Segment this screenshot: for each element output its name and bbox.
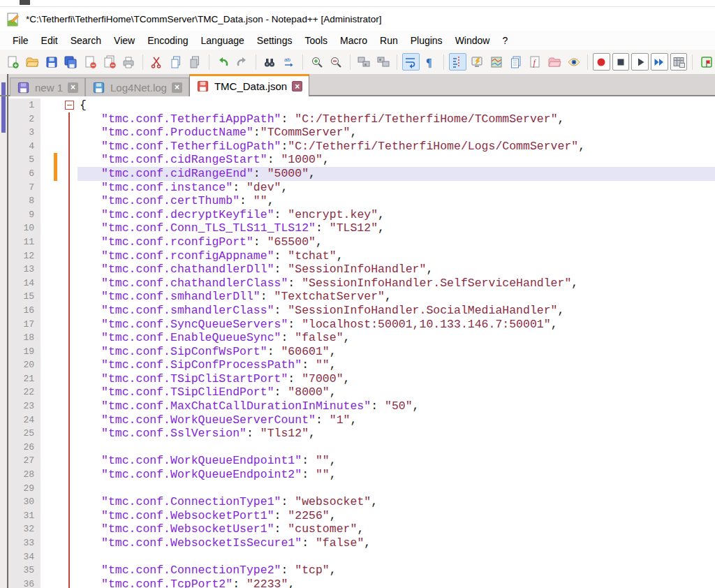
code-text[interactable]: "tmc.conf.decryptKeyfile": "encrypt.key"… [78,208,715,222]
word-wrap-icon[interactable] [402,53,420,71]
zoom-in-icon[interactable] [308,53,325,71]
macro-stop-icon[interactable] [612,53,630,71]
menu-item-language[interactable]: Language [195,32,251,49]
folder-as-workspace-icon[interactable] [546,53,563,71]
sync-vertical-scroll-icon[interactable] [355,53,373,71]
tab-close-icon[interactable]: × [68,82,78,93]
menu-item-encoding[interactable]: Encoding [141,32,194,49]
define-language-icon[interactable] [469,53,486,71]
line-number: 32 [8,522,40,536]
close-icon[interactable] [82,53,99,71]
fold-collapse-icon[interactable] [65,101,74,110]
menu-item-plugins[interactable]: Plugins [404,32,449,49]
document-list-icon[interactable] [507,53,524,71]
code-text[interactable]: "tmc.conf.TSipCliEndPort": "8000", [78,385,715,399]
fold-margin [61,482,78,496]
tab-tmc-data-json[interactable]: TMC_Data.json× [189,74,309,96]
code-text[interactable]: "tmc.conf.SipConfProcessPath": "", [78,358,715,372]
code-line: 2"tmc.conf.TetherfiAppPath": "C:/Tetherf… [8,112,715,126]
sync-horizontal-scroll-icon[interactable] [374,53,392,71]
menu-item-tools[interactable]: Tools [298,32,334,49]
tab-new-1[interactable]: new 1× [10,78,85,96]
code-text[interactable]: "tmc.conf.ProductName":"TCommServer", [78,126,715,140]
macro-save-icon[interactable] [670,53,688,71]
zoom-out-icon[interactable] [327,53,345,71]
code-text[interactable]: "tmc.conf.WebsocketUser1": "customer", [78,522,715,536]
tab-close-icon[interactable]: × [172,82,182,93]
replace-icon[interactable]: ab [281,53,298,71]
code-text[interactable]: "tmc.conf.cidRangeStart": "1000", [78,153,715,167]
code-text[interactable]: "tmc.conf.MaxChatCallDurationInMinutes":… [78,399,715,413]
redo-icon[interactable] [233,53,251,71]
undo-icon[interactable] [214,53,232,71]
code-text[interactable]: "tmc.conf.WebsocketPort1": "2256", [78,509,715,523]
tab-close-icon[interactable]: × [292,81,302,91]
json-punct: : [302,454,316,467]
save-icon[interactable] [43,53,60,71]
monitoring-icon[interactable] [565,53,582,71]
code-text[interactable] [78,550,715,564]
saved-floppy-icon [17,81,30,94]
code-text[interactable]: "tmc.conf.ConnectionType2": "tcp", [78,564,715,578]
code-text[interactable]: "tmc.conf.WorkQueueServerCount": "1", [78,413,715,427]
close-all-icon[interactable] [101,53,118,71]
menu-item-view[interactable]: View [108,32,141,49]
print-icon[interactable] [120,53,138,71]
document-map-icon[interactable] [488,53,506,71]
code-text[interactable]: "tmc.conf.SslVersion": "Tls12", [78,427,715,441]
json-punct: , [267,194,274,207]
code-text[interactable]: "tmc.conf.TetherfiLogPath":"C:/Tetherfi/… [78,140,715,154]
function-list-icon[interactable]: f [526,53,544,71]
line-number: 9 [8,208,40,222]
code-text[interactable]: "tmc.conf.rconfigAppname": "tchat", [78,249,715,263]
plugin-icon[interactable] [698,53,715,71]
code-text[interactable]: "tmc.conf.EnableQueueSync": "false", [78,331,715,345]
code-text[interactable]: "tmc.conf.WebsocketIsSecure1": "false", [78,536,715,550]
code-text[interactable]: "tmc.conf.WorkQueueEndpoint1": "", [78,454,715,468]
cut-icon[interactable] [148,53,165,71]
code-text[interactable]: "tmc.conf.SipConfWsPort": "60601", [78,345,715,359]
show-all-characters-icon[interactable]: ¶ [422,53,439,71]
code-text[interactable]: "tmc.conf.chathandlerDll": "SessionInfoH… [78,263,715,277]
code-text[interactable]: "tmc.conf.TetherfiAppPath": "C:/Tetherfi… [78,112,715,126]
code-text[interactable] [78,441,715,455]
code-text[interactable]: "tmc.conf.cidRangeEnd": "5000", [78,167,715,181]
code-text[interactable]: "tmc.conf.rconfigPort": "65500", [78,235,715,249]
copy-icon[interactable] [167,53,184,71]
code-text[interactable]: "tmc.conf.smhandlerClass": "SessionInfoH… [78,304,715,318]
json-key: "tmc.conf.ProductName" [101,126,253,139]
macro-record-icon[interactable] [593,53,610,71]
code-text[interactable]: "tmc.conf.ConnectionType1": "websocket", [78,495,715,509]
code-text[interactable]: "tmc.conf.TcpPort2": "2233", [78,578,715,588]
menu-item-search[interactable]: Search [64,32,108,49]
code-text[interactable]: "tmc.conf.certThumb": "", [78,194,715,208]
find-icon[interactable] [261,53,279,71]
code-text[interactable]: "tmc.conf.WorkQueueEndpoint2": "", [78,468,715,482]
menu-item-run[interactable]: Run [374,32,404,49]
code-text[interactable]: "tmc.conf.chathandlerClass": "SessionInf… [78,277,715,291]
menu-item-settings[interactable]: Settings [251,32,299,49]
new-file-icon[interactable] [4,53,22,71]
code-text[interactable]: "tmc.conf.smhandlerDll": "TextchatServer… [78,290,715,304]
code-text[interactable]: "tmc.conf.TSipCliStartPort": "7000", [78,372,715,386]
paste-icon[interactable] [186,53,204,71]
code-text[interactable] [78,482,715,496]
json-value: "SessionInfoHandler.SelfServiceHandler" [302,277,571,290]
menu-item-window[interactable]: Window [449,32,496,49]
menu-item-edit[interactable]: Edit [35,32,64,49]
code-text[interactable]: { [78,98,715,112]
menu-item-help[interactable]: ? [496,32,514,49]
macro-run-multiple-icon[interactable] [651,53,668,71]
open-file-icon[interactable] [24,53,41,71]
macro-play-icon[interactable] [631,53,649,71]
indent-guide-icon[interactable] [449,53,466,71]
menu-item-file[interactable]: File [6,32,35,49]
tab-log4net-log[interactable]: Log4Net.log× [85,78,189,96]
fold-guide-line [68,112,70,126]
code-text[interactable]: "tmc.conf.Conn_TLS_TLS11_TLS12": "TLS12"… [78,221,715,235]
editor-area[interactable]: 1{2"tmc.conf.TetherfiAppPath": "C:/Tethe… [8,96,715,588]
menu-item-macro[interactable]: Macro [334,32,374,49]
code-text[interactable]: "tmc.conf.SyncQueueServers": "localhost:… [78,318,715,332]
code-text[interactable]: "tmc.conf.instance": "dev", [78,181,715,195]
save-all-icon[interactable] [62,53,80,71]
